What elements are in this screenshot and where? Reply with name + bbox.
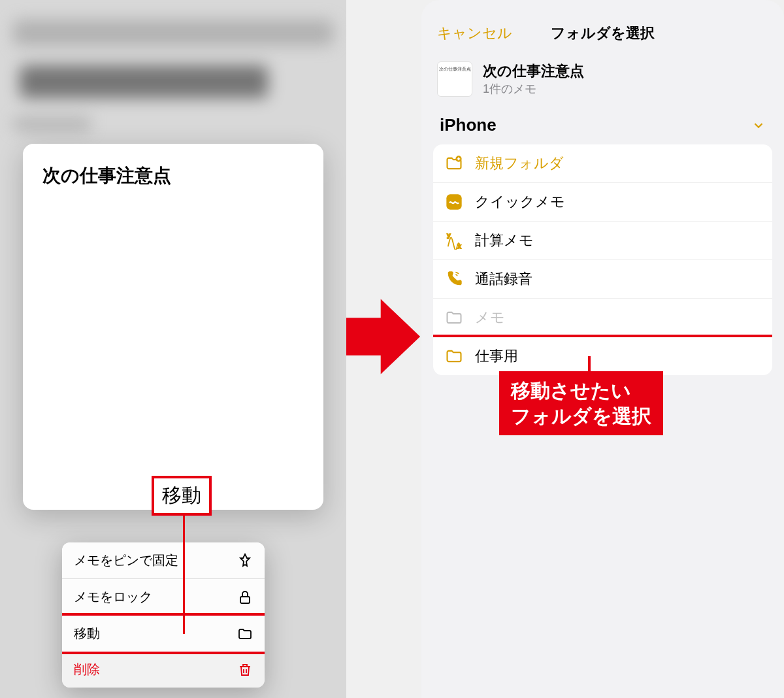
trash-icon xyxy=(237,662,253,678)
left-screenshot: 次の仕事注意点 移動 メモをピンで固定 メモをロック 移動 削除 xyxy=(0,0,346,698)
quickmemo-icon xyxy=(445,193,463,211)
note-info-subtitle: 1件のメモ xyxy=(483,81,584,97)
pin-icon xyxy=(237,553,253,569)
annotation-line1: 移動させたい xyxy=(511,378,651,403)
folder-quick-memo[interactable]: クイックメモ xyxy=(433,183,772,222)
menu-delete[interactable]: 削除 xyxy=(62,652,265,688)
menu-pin-label: メモをピンで固定 xyxy=(74,552,178,569)
svg-marker-1 xyxy=(346,299,420,374)
folder-calc-memo[interactable]: yx 計算メモ xyxy=(433,222,772,260)
folder-icon xyxy=(237,626,253,642)
svg-text:y: y xyxy=(448,232,451,239)
cancel-button[interactable]: キャンセル xyxy=(437,24,512,43)
folder-icon xyxy=(445,347,463,365)
folder-plus-icon xyxy=(445,154,463,173)
modal-header: キャンセル フォルダを選択 xyxy=(421,13,784,54)
folder-call-rec[interactable]: 通話録音 xyxy=(433,260,772,299)
note-thumbnail: 次の仕事注意点 xyxy=(437,61,472,97)
folder-new-label: 新規フォルダ xyxy=(475,154,564,173)
folder-call-rec-label: 通話録音 xyxy=(475,269,532,289)
folder-memo: メモ xyxy=(433,299,772,337)
note-preview-card: 次の仕事注意点 xyxy=(23,144,323,510)
section-header[interactable]: iPhone xyxy=(421,110,784,141)
context-menu: メモをピンで固定 メモをロック 移動 削除 xyxy=(62,542,265,688)
section-title: iPhone xyxy=(440,115,497,135)
svg-rect-0 xyxy=(240,597,250,603)
note-title: 次の仕事注意点 xyxy=(42,163,304,188)
menu-delete-label: 削除 xyxy=(74,661,100,678)
menu-move[interactable]: 移動 xyxy=(62,613,265,654)
folder-memo-label: メモ xyxy=(475,308,505,327)
folder-icon xyxy=(445,308,463,327)
connector-line xyxy=(183,510,185,634)
annotation-label: 移動させたい フォルダを選択 xyxy=(499,371,663,435)
phone-icon xyxy=(445,270,463,288)
menu-move-label: 移動 xyxy=(74,625,100,642)
note-info-row: 次の仕事注意点 次の仕事注意点 1件のメモ xyxy=(421,54,784,110)
right-screenshot: キャンセル フォルダを選択 次の仕事注意点 次の仕事注意点 1件のメモ iPho… xyxy=(421,0,784,698)
folder-work[interactable]: 仕事用 xyxy=(433,335,772,375)
menu-lock-label: メモをロック xyxy=(74,588,152,606)
folder-quick-memo-label: クイックメモ xyxy=(475,192,565,212)
folder-work-label: 仕事用 xyxy=(475,346,518,366)
menu-lock[interactable]: メモをロック xyxy=(62,579,265,616)
chevron-down-icon xyxy=(751,118,766,133)
menu-pin[interactable]: メモをピンで固定 xyxy=(62,542,265,579)
move-callout: 移動 xyxy=(152,476,212,516)
folder-list: 新規フォルダ クイックメモ yx 計算メモ 通話録音 メモ 仕事用 xyxy=(433,144,772,375)
folder-new[interactable]: 新規フォルダ xyxy=(433,144,772,183)
arrow-icon xyxy=(346,294,421,379)
folder-calc-memo-label: 計算メモ xyxy=(475,231,534,250)
annotation-line2: フォルダを選択 xyxy=(511,403,651,429)
lock-icon xyxy=(237,590,253,605)
svg-text:x: x xyxy=(458,243,461,250)
note-info-title: 次の仕事注意点 xyxy=(483,61,584,81)
calc-icon: yx xyxy=(445,231,463,250)
